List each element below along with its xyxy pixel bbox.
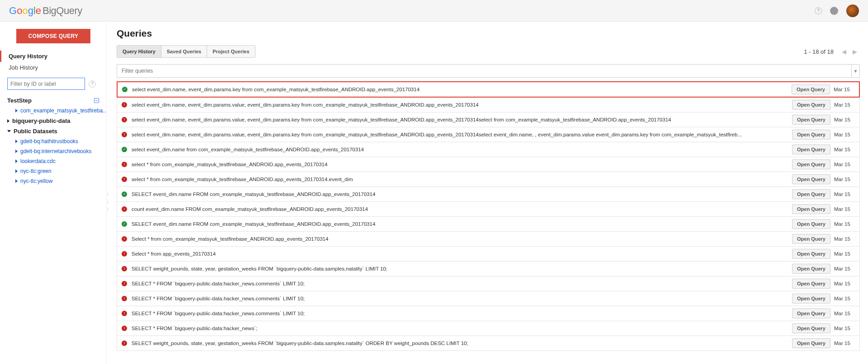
query-row[interactable]: ✓select event_dim.name from com_example_… <box>117 142 860 157</box>
query-row[interactable]: !select event_dim.name, event_dim.params… <box>117 112 860 127</box>
open-query-button[interactable]: Open Query <box>792 130 830 140</box>
public-dataset-item[interactable]: gdelt-bq:internetarchivebooks <box>0 146 106 156</box>
query-row[interactable]: !SELECT weight_pounds, state, year, gest… <box>117 261 860 276</box>
tab-saved-queries[interactable]: Saved Queries <box>161 46 207 57</box>
query-row[interactable]: !select event_dim.name, event_dim.params… <box>117 98 860 112</box>
query-date: Mar 15 <box>834 87 854 92</box>
query-date: Mar 15 <box>834 281 855 286</box>
collapse-icon[interactable]: – <box>94 98 99 103</box>
query-row[interactable]: !SELECT weight_pounds, state, year, gest… <box>117 336 860 351</box>
filter-queries-dropdown-icon[interactable]: ▼ <box>851 65 859 77</box>
query-row[interactable]: !Select * from app_events_20170314Open Q… <box>117 247 860 261</box>
public-datasets-node[interactable]: Public Datasets <box>0 126 106 136</box>
notifications-icon[interactable] <box>830 7 838 15</box>
sidebar-job-history[interactable]: Job History <box>0 62 100 73</box>
status-error-icon: ! <box>122 102 127 107</box>
query-date: Mar 15 <box>834 251 855 257</box>
query-date: Mar 15 <box>834 117 855 122</box>
query-row[interactable]: ✓SELECT event_dim.name FROM com_example_… <box>117 187 860 202</box>
pager-next-icon[interactable]: ▶ <box>850 47 860 56</box>
help-icon[interactable]: ? <box>815 7 822 14</box>
open-query-button[interactable]: Open Query <box>792 249 830 259</box>
query-row[interactable]: ✓select event_dim.name, event_dim.params… <box>117 81 860 98</box>
open-query-button[interactable]: Open Query <box>792 294 830 303</box>
open-query-button[interactable]: Open Query <box>792 189 830 199</box>
query-row[interactable]: !count event_dim.name FROM com_example_m… <box>117 202 860 217</box>
tab-query-history[interactable]: Query History <box>117 46 161 57</box>
open-query-button[interactable]: Open Query <box>792 279 830 289</box>
query-date: Mar 15 <box>834 206 855 212</box>
status-success-icon: ✓ <box>122 221 127 227</box>
avatar[interactable] <box>846 5 859 17</box>
public-dataset-item[interactable]: nyc-tlc:yellow <box>0 176 106 186</box>
bigquery-public-data-node[interactable]: bigquery-public-data <box>0 116 106 126</box>
open-query-button[interactable]: Open Query <box>792 84 830 94</box>
query-text: count event_dim.name FROM com_example_ma… <box>132 206 787 212</box>
pager-prev-icon[interactable]: ◀ <box>839 47 849 56</box>
query-row[interactable]: !Select * from com_example_matsyuk_testf… <box>117 232 860 247</box>
query-text: select * from com_example_matsyuk_testfi… <box>132 162 787 167</box>
page-title: Queries <box>117 28 860 39</box>
query-row[interactable]: !SELECT * FROM `bigquery-public-data.hac… <box>117 291 860 306</box>
query-text: SELECT weight_pounds, state, year, gesta… <box>132 266 787 271</box>
logo-product: BigQuery <box>42 5 82 17</box>
splitter-handle[interactable] <box>107 193 108 211</box>
query-row[interactable]: !SELECT * FROM `bigquery-public-data:hac… <box>117 321 860 336</box>
filter-help-icon[interactable]: ? <box>89 80 96 88</box>
status-success-icon: ✓ <box>122 191 127 197</box>
filter-queries-input[interactable] <box>117 65 851 77</box>
status-error-icon: ! <box>122 296 127 301</box>
query-row[interactable]: !select * from com_example_matsyuk_testf… <box>117 172 860 187</box>
query-text: select event_dim.name, event_dim.params.… <box>132 87 786 92</box>
sidebar-filter-input[interactable] <box>7 78 85 90</box>
status-error-icon: ! <box>122 326 127 331</box>
project-header[interactable]: TestStep – <box>0 95 106 106</box>
query-date: Mar 15 <box>834 296 855 301</box>
public-dataset-item[interactable]: nyc-tlc:green <box>0 166 106 176</box>
sidebar: COMPOSE QUERY Query History Job History … <box>0 22 107 364</box>
query-text: select event_dim.name, event_dim.params.… <box>132 132 787 137</box>
public-dataset-item[interactable]: gdelt-bq:hathitrustbooks <box>0 136 106 146</box>
query-row[interactable]: !select * from com_example_matsyuk_testf… <box>117 157 860 172</box>
main-panel: Queries Query HistorySaved QueriesProjec… <box>107 22 868 364</box>
open-query-button[interactable]: Open Query <box>792 219 830 229</box>
query-text: select event_dim.name, event_dim.params.… <box>132 117 787 122</box>
query-row[interactable]: !SELECT * FROM `bigquery-public-data:hac… <box>117 306 860 321</box>
compose-query-button[interactable]: COMPOSE QUERY <box>16 29 90 43</box>
open-query-button[interactable]: Open Query <box>792 323 830 333</box>
query-list: ✓select event_dim.name, event_dim.params… <box>117 81 860 351</box>
query-date: Mar 15 <box>834 102 855 107</box>
open-query-button[interactable]: Open Query <box>792 264 830 274</box>
status-error-icon: ! <box>122 177 127 182</box>
sidebar-query-history[interactable]: Query History <box>0 51 100 62</box>
open-query-button[interactable]: Open Query <box>792 145 830 154</box>
filter-queries-row: ▼ <box>117 64 860 78</box>
query-text: SELECT * FROM `bigquery-public-data:hack… <box>132 281 787 286</box>
status-error-icon: ! <box>122 341 127 346</box>
open-query-button[interactable]: Open Query <box>792 100 830 110</box>
project-name: TestStep <box>7 97 32 104</box>
open-query-button[interactable]: Open Query <box>792 115 830 125</box>
status-error-icon: ! <box>122 117 127 122</box>
query-row[interactable]: !select event_dim.name, event_dim.params… <box>117 127 860 142</box>
top-header: Google BigQuery ? <box>0 0 868 22</box>
open-query-button[interactable]: Open Query <box>792 338 830 348</box>
project-dataset[interactable]: com_example_matsyuk_testfireba... <box>0 106 106 116</box>
open-query-button[interactable]: Open Query <box>792 174 830 184</box>
status-success-icon: ✓ <box>122 147 127 152</box>
open-query-button[interactable]: Open Query <box>792 308 830 318</box>
query-row[interactable]: ✓SELECT event_dim.name FROM com_example_… <box>117 217 860 232</box>
tab-project-queries[interactable]: Project Queries <box>207 46 255 57</box>
query-text: Select * from app_events_20170314 <box>132 251 787 257</box>
query-date: Mar 15 <box>834 191 855 197</box>
open-query-button[interactable]: Open Query <box>792 159 830 169</box>
open-query-button[interactable]: Open Query <box>792 234 830 244</box>
public-dataset-item[interactable]: lookerdata:cdc <box>0 156 106 166</box>
tabs: Query HistorySaved QueriesProject Querie… <box>117 45 255 58</box>
query-date: Mar 15 <box>834 266 855 271</box>
query-date: Mar 15 <box>834 162 855 167</box>
query-row[interactable]: !SELECT * FROM `bigquery-public-data:hac… <box>117 276 860 291</box>
status-error-icon: ! <box>122 311 127 316</box>
open-query-button[interactable]: Open Query <box>792 204 830 214</box>
query-date: Mar 15 <box>834 326 855 331</box>
